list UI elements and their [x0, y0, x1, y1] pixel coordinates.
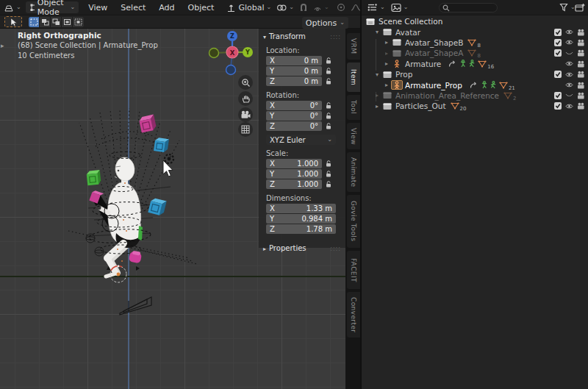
exclude-checkbox[interactable] [554, 92, 562, 99]
eye-open-icon[interactable] [565, 60, 573, 67]
outliner-row-armature-prop[interactable]: Armature_Prop 21 [362, 79, 588, 90]
pivot-point-dropdown[interactable] [276, 3, 294, 13]
exclude-checkbox[interactable] [554, 102, 562, 110]
menu-object[interactable]: Object [182, 3, 221, 13]
eye-open-icon[interactable] [565, 103, 573, 110]
lock-icon[interactable] [326, 113, 332, 120]
gizmo-z-neg-axis[interactable] [226, 65, 236, 75]
menu-add[interactable]: Add [152, 3, 181, 13]
lock-icon[interactable] [326, 68, 332, 75]
snap-toggle[interactable] [299, 3, 308, 13]
gizmo-y-neg-axis[interactable] [209, 49, 219, 58]
orthographic-toggle-button[interactable] [238, 122, 253, 137]
tab-tool[interactable]: Tool [347, 95, 360, 120]
eye-open-icon[interactable] [565, 39, 573, 46]
location-y-field[interactable]: Y0 m [266, 66, 322, 76]
navigation-gizmo[interactable]: Z Y X [209, 31, 254, 75]
filter-dropdown[interactable] [559, 3, 576, 13]
new-collection-button[interactable] [575, 3, 585, 13]
outliner-search[interactable] [439, 3, 498, 13]
exclude-checkbox[interactable] [554, 29, 562, 36]
tab-faceit[interactable]: FACEIT [347, 251, 360, 289]
tab-item[interactable]: Item [347, 63, 360, 92]
menu-select[interactable]: Select [114, 3, 152, 13]
outliner-row-animation-area-reference[interactable]: Animation_Area_Reference 2 [362, 90, 588, 101]
display-mode-dropdown[interactable] [391, 3, 409, 13]
expand-arrow-icon[interactable] [376, 92, 383, 99]
search-input[interactable] [450, 4, 494, 12]
outliner-row-armature[interactable]: Armature 16 [362, 59, 588, 69]
rotation-mode-dropdown[interactable]: XYZ Euler [266, 135, 336, 145]
select-mode-set[interactable] [29, 17, 40, 27]
render-camera-icon[interactable] [577, 82, 585, 89]
expand-arrow-icon[interactable] [376, 71, 383, 78]
zoom-view-button[interactable] [238, 75, 253, 90]
expand-arrow-icon[interactable] [385, 60, 392, 67]
expand-arrow-icon[interactable] [385, 50, 392, 57]
outliner-row-avatar-shapeb[interactable]: Avatar_ShapeB 8 [362, 38, 588, 48]
tab-animate[interactable]: Animate [347, 152, 360, 192]
render-camera-icon[interactable] [577, 60, 585, 68]
panel-drag-handle[interactable] [330, 244, 341, 252]
eye-open-icon[interactable] [565, 82, 573, 88]
rotation-z-field[interactable]: Z0° [266, 121, 322, 131]
expand-arrow-icon[interactable] [385, 39, 392, 46]
tab-govie-tools[interactable]: Govie Tools [347, 195, 360, 248]
location-z-field[interactable]: Z0 m [266, 76, 322, 86]
eye-closed-icon[interactable] [565, 92, 573, 99]
expand-arrow-icon[interactable] [376, 29, 383, 35]
expand-arrow-icon[interactable] [376, 103, 383, 110]
scale-z-field[interactable]: Z1.000 [266, 179, 322, 189]
lock-icon[interactable] [326, 171, 332, 178]
render-camera-icon[interactable] [577, 92, 585, 99]
properties-panel-header[interactable]: Properties [259, 243, 345, 254]
scale-x-field[interactable]: X1.000 [266, 159, 322, 168]
dimensions-y-field[interactable]: Y0.984 m [266, 214, 336, 224]
lock-icon[interactable] [326, 78, 332, 85]
exclude-checkbox[interactable] [554, 49, 562, 57]
render-camera-icon[interactable] [577, 29, 585, 36]
lock-icon[interactable] [326, 102, 332, 110]
render-camera-icon[interactable] [577, 39, 585, 46]
render-camera-icon[interactable] [577, 71, 585, 78]
outliner-editor-dropdown[interactable] [368, 3, 385, 13]
toolbar-expand-arrow[interactable]: ▸ [1, 42, 4, 49]
select-mode-invert[interactable] [62, 17, 73, 27]
lock-icon[interactable] [326, 181, 332, 188]
exclude-checkbox[interactable] [554, 39, 562, 46]
scale-y-field[interactable]: Y1.000 [266, 169, 322, 179]
render-camera-icon[interactable] [577, 49, 585, 57]
editor-type-button[interactable] [4, 3, 21, 13]
rotation-x-field[interactable]: X0° [266, 101, 322, 110]
orientation-dropdown[interactable]: Global [226, 3, 271, 13]
lock-icon[interactable] [326, 57, 332, 65]
exclude-checkbox[interactable] [554, 71, 562, 78]
dimensions-x-field[interactable]: X1.33 m [266, 204, 336, 213]
options-button[interactable]: Options [302, 17, 348, 29]
menu-view[interactable]: View [82, 3, 114, 13]
active-tool-button[interactable] [4, 16, 22, 27]
location-x-field[interactable]: X0 m [266, 56, 322, 65]
dimensions-z-field[interactable]: Z1.78 m [266, 224, 336, 234]
tab-vrm[interactable]: VRM [347, 33, 360, 60]
lock-icon[interactable] [326, 123, 332, 130]
lock-icon[interactable] [326, 160, 332, 168]
render-camera-icon[interactable] [577, 102, 585, 110]
eye-open-icon[interactable] [565, 29, 573, 35]
proportional-editing-toggle[interactable] [337, 3, 345, 12]
panel-drag-handle[interactable] [330, 32, 341, 40]
outliner-row-avatar-shapea[interactable]: Avatar_ShapeA 8 [362, 48, 588, 58]
camera-view-button[interactable] [238, 107, 253, 122]
mode-dropdown[interactable]: Object Mode [26, 1, 79, 13]
tab-converter[interactable]: Converter [347, 292, 360, 338]
tab-view[interactable]: View [347, 123, 360, 149]
snap-settings-dropdown[interactable] [313, 3, 329, 13]
outliner-row-avatar[interactable]: Avatar [362, 26, 588, 37]
outliner-row-scene-collection[interactable]: Scene Collection [362, 16, 588, 26]
select-mode-subtract[interactable] [51, 17, 62, 27]
outliner-row-particles-out[interactable]: Particles_Out 20 [362, 101, 588, 111]
pan-view-button[interactable] [238, 91, 253, 106]
rotation-y-field[interactable]: Y0° [266, 111, 322, 121]
select-mode-extend[interactable] [40, 17, 51, 27]
outliner-row-prop[interactable]: Prop [362, 69, 588, 79]
